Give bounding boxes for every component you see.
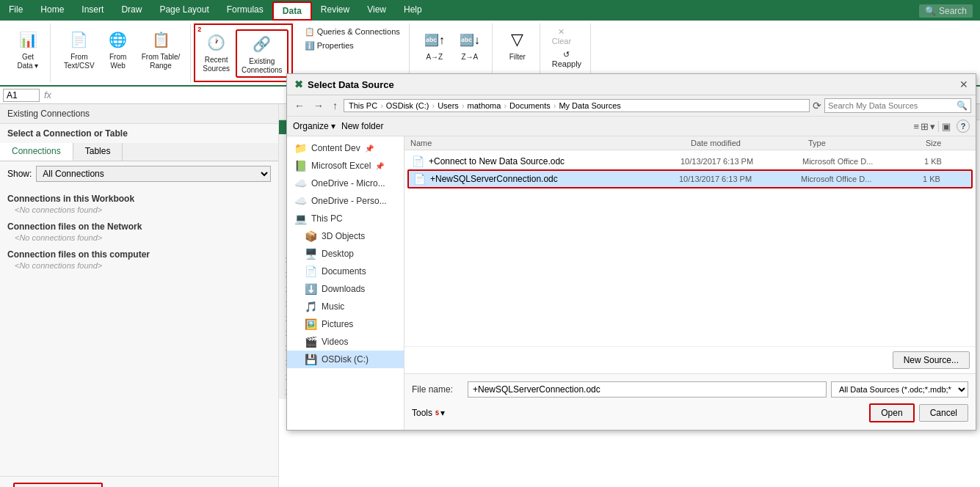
left-item-label: OneDrive - Perso... [311,196,387,206]
help-button[interactable]: ? [957,120,970,133]
existing-connections-label: ExistingConnections [242,57,283,75]
file-item-connect-new[interactable]: 📄 +Connect to New Data Source.odc 10/13/… [407,153,973,169]
file-type-dropdown[interactable]: All Data Sources (*.odc;*.mdb;* [831,381,968,398]
left-item-videos[interactable]: 🎬 Videos [287,333,404,351]
left-item-pictures[interactable]: 🖼️ Pictures [287,315,404,333]
left-item-onedrive-pers[interactable]: ☁️ OneDrive - Perso... [287,192,404,210]
new-source-button[interactable]: New Source... [893,351,970,369]
left-item-label: Pictures [322,319,353,329]
ms-excel-icon: 📗 [294,160,307,172]
breadcrumb-item[interactable]: OSDisk (C:) [386,101,429,110]
left-item-label: Content Dev [311,143,360,153]
cell-reference-input[interactable] [3,89,40,102]
view-options-button[interactable]: ▾ [930,121,935,132]
left-item-downloads[interactable]: ⬇️ Downloads [287,280,404,298]
organize-button[interactable]: Organize ▾ [293,121,335,131]
breadcrumb-item[interactable]: mathoma [468,101,501,110]
tab-draw[interactable]: Draw [112,1,150,21]
col-date-header[interactable]: Date modified [691,139,808,147]
tab-insert[interactable]: Insert [73,1,112,21]
file-name-input[interactable] [468,381,827,398]
nav-back-button[interactable]: ← [291,98,308,113]
breadcrumb-item[interactable]: This PC [349,101,377,110]
conn-group-computer-empty: <No connections found> [15,261,271,270]
left-item-onedrive-ms[interactable]: ☁️ OneDrive - Micro... [287,175,404,192]
pane-toggle-button[interactable]: ▣ [942,121,951,132]
new-folder-button[interactable]: New folder [341,121,383,131]
filter-button[interactable]: ▽ Filter [501,26,534,63]
clear-icon: ✕ [558,27,565,37]
search-icon: 🔍 [925,6,936,16]
tools-dropdown[interactable]: Tools 5 ▾ [412,408,445,418]
music-icon: 🎵 [305,301,317,312]
col-size-header[interactable]: Size [926,139,970,147]
existing-connections-button[interactable]: 🔗 ExistingConnections [236,29,288,78]
desktop-icon: 🖥️ [305,248,317,260]
step-5-badge: 5 [435,409,439,417]
left-item-3d-objects[interactable]: 📦 3D Objects [287,227,404,245]
from-table-button[interactable]: 📋 From Table/Range [137,26,185,72]
sidebar-tab-tables[interactable]: Tables [73,143,123,161]
sort-az-button[interactable]: 🔤↑ A→Z [418,26,451,63]
left-item-music[interactable]: 🎵 Music [287,298,404,315]
col-name-header[interactable]: Name [410,139,691,147]
recent-sources-label: RecentSources [203,56,230,73]
search-data-sources-input[interactable] [828,101,954,110]
sort-az-icon: 🔤↑ [423,28,446,51]
content-dev-icon: 📁 [294,142,307,154]
get-data-label: GetData ▾ [18,53,39,70]
get-data-button[interactable]: 📊 GetData ▾ [12,26,44,72]
search-label: Search [939,6,967,16]
left-item-documents[interactable]: 📄 Documents [287,263,404,280]
file-new-sql-name: +NewSQLServerConnection.odc [430,174,675,184]
left-item-content-dev[interactable]: 📁 Content Dev 📌 [287,139,404,157]
new-source-row: New Source... [404,346,976,373]
left-item-ms-excel[interactable]: 📗 Microsoft Excel 📌 [287,157,404,175]
file-new-sql-date: 10/13/2017 6:13 PM [679,175,796,183]
reapply-button[interactable]: ↺ Reapply [549,49,584,69]
tab-file[interactable]: File [0,1,32,21]
reapply-icon: ↺ [563,50,570,59]
sidebar-tab-connections[interactable]: Connections [0,143,73,161]
sort-za-button[interactable]: 🔤↓ Z→A [454,26,486,63]
tab-home[interactable]: Home [32,1,73,21]
excel-icon: ✖ [294,78,303,90]
from-text-csv-button[interactable]: 📄 FromText/CSV [59,26,99,72]
tab-data[interactable]: Data [272,1,312,21]
cancel-button[interactable]: Cancel [919,404,968,422]
view-detail-button[interactable]: ≡ [913,121,919,132]
dialog-title: ✖ Select Data Source [294,78,394,90]
left-item-this-pc[interactable]: 💻 This PC [287,210,404,227]
tab-view[interactable]: View [358,1,395,21]
tab-help[interactable]: Help [395,1,431,21]
left-item-desktop[interactable]: 🖥️ Desktop [287,245,404,263]
browse-for-more-button[interactable]: Browse for More... [13,483,103,487]
nav-refresh-button[interactable]: ⟳ [813,100,821,111]
breadcrumb-item[interactable]: My Data Sources [559,101,620,110]
tab-page-layout[interactable]: Page Layout [150,1,217,21]
breadcrumb-item[interactable]: Users [438,101,459,110]
nav-forward-button[interactable]: → [311,98,327,113]
view-tiles-button[interactable]: ⊞ [921,121,929,132]
reapply-label: Reapply [552,59,581,68]
col-type-header[interactable]: Type [808,139,926,147]
from-web-button[interactable]: 🌐 FromWeb [102,26,134,72]
tab-formulas[interactable]: Formulas [218,1,272,21]
open-button[interactable]: Open [869,403,914,422]
downloads-icon: ⬇️ [305,283,317,295]
nav-up-button[interactable]: ↑ [330,98,341,113]
onedrive-ms-icon: ☁️ [294,177,307,189]
file-item-new-sql[interactable]: 4 📄 +NewSQLServerConnection.odc 10/13/20… [407,169,973,188]
breadcrumb-item[interactable]: Documents [509,101,551,110]
recent-sources-button[interactable]: 🕐 RecentSources [198,29,234,75]
dialog-close-button[interactable]: ✕ [959,78,968,90]
from-text-icon: 📄 [68,28,91,51]
properties-button[interactable]: ℹ️ Properties [302,40,357,51]
existing-connections-icon: 🔗 [250,32,274,56]
this-pc-icon: 💻 [294,213,307,224]
clear-button[interactable]: ✕ Clear [549,26,574,46]
left-item-osdisk[interactable]: 💾 OSDisk (C:) [287,351,404,368]
tab-review[interactable]: Review [312,1,358,21]
show-connections-select[interactable]: All Connections [36,166,271,182]
queries-connections-button[interactable]: 📋 Queries & Connections [302,26,403,37]
